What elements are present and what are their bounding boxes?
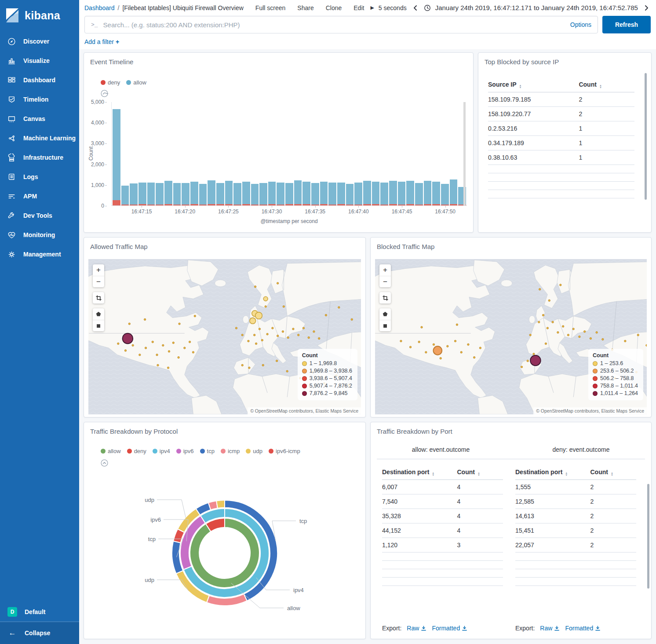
legend-label: allow: [133, 79, 146, 86]
add-filter-link[interactable]: Add a filter+: [84, 38, 119, 45]
time-range[interactable]: January 24th 2019, 16:47:12.171 to Janua…: [435, 4, 638, 11]
sidebar-item-dashboard[interactable]: Dashboard: [0, 70, 79, 90]
column-header-count[interactable]: Count▲▼: [579, 77, 634, 92]
table-row[interactable]: 44,1524: [382, 523, 503, 538]
collapse-button[interactable]: ← Collapse: [0, 622, 79, 644]
column-header-count[interactable]: Count▲▼: [457, 465, 503, 480]
sidebar-item-canvas[interactable]: Canvas: [0, 109, 79, 128]
search-bar[interactable]: >_ Options: [84, 16, 598, 33]
scrollbar[interactable]: [647, 484, 649, 589]
allowed-traffic-map[interactable]: +− Count 1 – 1,969.81,969.8 – 3,938.63,9…: [88, 259, 361, 414]
zoom-in-button[interactable]: +: [93, 264, 104, 276]
sunburst-segment-allow[interactable]: [190, 518, 259, 588]
options-link[interactable]: Options: [570, 21, 591, 28]
table-row[interactable]: 6,0074: [382, 480, 503, 494]
legend-item-udp[interactable]: udp: [246, 448, 262, 454]
table-row[interactable]: 12,5852: [515, 494, 636, 509]
table-row[interactable]: 35,3284: [382, 509, 503, 523]
timeline-chart[interactable]: [111, 102, 467, 206]
legend-item-allow[interactable]: allow: [126, 79, 146, 86]
legend-item-tcp[interactable]: tcp: [200, 448, 215, 454]
table-row[interactable]: 0.38.10.631: [488, 150, 634, 165]
timeline-bar: [415, 183, 423, 205]
breadcrumb-dashboard-link[interactable]: Dashboard: [84, 4, 115, 11]
zoom-out-button[interactable]: −: [93, 276, 104, 287]
play-icon[interactable]: ▶: [370, 5, 374, 11]
table-row[interactable]: 0.34.179.1891: [488, 136, 634, 150]
refresh-interval[interactable]: 5 seconds: [379, 4, 407, 11]
scrollbar[interactable]: [645, 73, 647, 200]
menu-share[interactable]: Share: [297, 4, 313, 11]
table-row[interactable]: 14,6132: [515, 509, 636, 523]
sidebar-item-timelion[interactable]: Timelion: [0, 90, 79, 109]
export-formatted-link[interactable]: Formatted: [432, 625, 467, 632]
table-row[interactable]: 22,0572: [515, 538, 636, 553]
sidebar-item-logs[interactable]: Logs: [0, 167, 79, 187]
sidebar-item-apm[interactable]: APM: [0, 187, 79, 206]
space-switcher[interactable]: D Default: [0, 602, 79, 622]
table-cell: 1: [579, 121, 634, 136]
export-formatted-link[interactable]: Formatted: [565, 625, 601, 632]
table-row[interactable]: 15,4512: [515, 523, 636, 538]
kibana-logo[interactable]: kibana: [0, 0, 79, 29]
timeline-bar: [190, 182, 198, 205]
sunburst-segment-udp[interactable]: [216, 500, 225, 508]
table-cell: 0.34.179.189: [488, 136, 579, 150]
draw-polygon-button[interactable]: [379, 308, 391, 320]
column-header-destination-port[interactable]: Destination port▲▼: [515, 465, 590, 480]
table-row[interactable]: 1,5552: [515, 480, 636, 494]
sidebar-item-machine-learning[interactable]: Machine Learning: [0, 128, 79, 148]
timeline-bar: [398, 182, 406, 205]
timeline-bar: [277, 183, 284, 205]
legend-collapse-icon[interactable]: [101, 459, 108, 467]
blocked-traffic-map[interactable]: +− Count 1 – 253.6253.6 – 506.2506.2 – 7…: [375, 259, 647, 414]
draw-polygon-button[interactable]: [93, 308, 104, 320]
sidebar-nav: DiscoverVisualizeDashboardTimelionCanvas…: [0, 32, 79, 264]
draw-rectangle-button[interactable]: [93, 320, 104, 331]
protocol-sunburst-chart[interactable]: udpipv6tcpudptcpipv4allow: [84, 453, 366, 638]
legend-item-ipv6-icmp[interactable]: ipv6-icmp: [269, 448, 300, 454]
fit-bounds-button[interactable]: [379, 292, 391, 304]
sidebar-item-label: Visualize: [23, 57, 50, 64]
legend-item-ipv4[interactable]: ipv4: [153, 448, 170, 454]
legend-item-allow[interactable]: allow: [101, 448, 121, 454]
zoom-in-button[interactable]: +: [379, 264, 391, 276]
table-row[interactable]: 158.109.220.772: [488, 107, 634, 121]
legend-label: ipv6-icmp: [276, 448, 300, 454]
fit-bounds-button[interactable]: [93, 292, 104, 304]
sidebar-item-dev-tools[interactable]: Dev Tools: [0, 206, 79, 225]
table-row[interactable]: 158.109.79.1852: [488, 92, 634, 107]
sidebar-item-management[interactable]: Management: [0, 245, 79, 264]
legend-collapse-icon[interactable]: [101, 90, 108, 97]
menu-clone[interactable]: Clone: [326, 4, 342, 11]
sidebar-item-visualize[interactable]: Visualize: [0, 51, 79, 70]
sidebar-item-monitoring[interactable]: Monitoring: [0, 225, 79, 245]
chevron-left-icon[interactable]: [411, 5, 419, 11]
column-header-count[interactable]: Count▲▼: [590, 465, 637, 480]
export-raw-link[interactable]: Raw: [540, 625, 560, 632]
column-header-source-ip[interactable]: Source IP▲▼: [488, 77, 579, 92]
search-input[interactable]: [103, 21, 570, 29]
map-legend-entry: 506.2 – 758.8: [593, 375, 638, 381]
column-header-destination-port[interactable]: Destination port▲▼: [382, 465, 457, 480]
legend-item-ipv6[interactable]: ipv6: [176, 448, 194, 454]
legend-item-deny[interactable]: deny: [127, 448, 146, 454]
chevron-right-icon[interactable]: [642, 5, 651, 11]
menu-full-screen[interactable]: Full screen: [255, 4, 285, 11]
timeline-bar: [302, 182, 310, 205]
export-raw-link[interactable]: Raw: [407, 625, 426, 632]
sidebar-item-discover[interactable]: Discover: [0, 32, 79, 51]
timeline-bar: [432, 182, 440, 205]
legend-item-deny[interactable]: deny: [101, 79, 120, 86]
table-row[interactable]: 0.2.53.2161: [488, 121, 634, 136]
zoom-out-button[interactable]: −: [379, 276, 391, 287]
sidebar-item-infrastructure[interactable]: Infrastructure: [0, 148, 79, 167]
table-cell: 4: [457, 523, 503, 538]
table-row[interactable]: 7,5404: [382, 494, 503, 509]
legend-item-icmp[interactable]: icmp: [221, 448, 240, 454]
page-title: [Filebeat Iptables] Ubiquiti Firewall Ov…: [122, 4, 243, 11]
menu-edit[interactable]: Edit: [354, 4, 364, 11]
refresh-button[interactable]: Refresh: [602, 16, 651, 33]
draw-rectangle-button[interactable]: [379, 320, 391, 331]
table-row[interactable]: 1,1203: [382, 538, 503, 553]
